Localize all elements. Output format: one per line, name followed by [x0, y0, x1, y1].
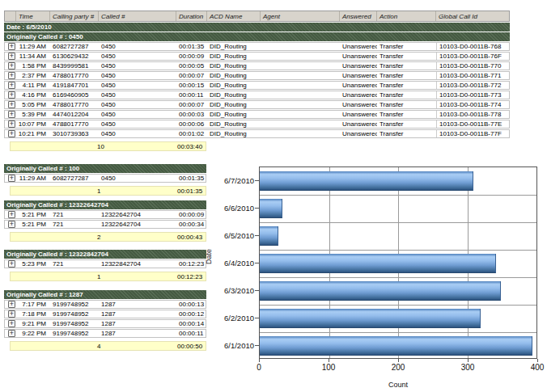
- cell-calling-party: 721: [50, 260, 99, 268]
- bar-6-6-2010: [260, 199, 282, 218]
- cell-calling-party: 721: [50, 211, 99, 218]
- summary-total-duration: 00:03:40: [175, 143, 206, 150]
- cell-acd-name: DID_Routing: [207, 120, 261, 128]
- expander-cell: +: [5, 43, 16, 50]
- expand-row-icon[interactable]: +: [8, 91, 15, 99]
- cell-time: 11:29 AM: [16, 43, 50, 50]
- expand-row-icon[interactable]: +: [8, 330, 15, 337]
- cell-time: 5:21 PM: [16, 211, 50, 218]
- expand-row-icon[interactable]: +: [8, 72, 15, 79]
- cell-called-number: 12322842704: [99, 260, 176, 268]
- table-row: +4:11 PM4191847701045000:00:15DID_Routin…: [4, 81, 510, 90]
- y-tick-label: 6/3/2010: [217, 276, 259, 304]
- expand-row-icon[interactable]: +: [8, 62, 15, 70]
- cell-called-number: 0450: [99, 130, 176, 137]
- expand-row-icon[interactable]: +: [8, 301, 15, 308]
- header-called: Called #: [99, 11, 176, 21]
- cell-duration: 00:01:02: [176, 130, 207, 137]
- expand-row-icon[interactable]: +: [8, 175, 15, 182]
- cell-calling-party: 4191847701: [50, 82, 99, 89]
- originally-called-band: Originally Called # : 1287: [4, 290, 206, 299]
- group-summary-row: 100:01:35: [10, 186, 206, 196]
- expander-cell: +: [5, 91, 16, 99]
- y-tick-label: 6/2/2010: [217, 304, 259, 331]
- x-tick-mark: [537, 359, 538, 362]
- cell-calling-party: 9199748952: [50, 301, 99, 308]
- header-ans: Answered: [340, 11, 377, 21]
- y-tick-label: 6/1/2010: [217, 331, 259, 359]
- cell-duration: 00:00:07: [176, 101, 207, 108]
- expand-row-icon[interactable]: +: [8, 211, 15, 218]
- table-row: +5:23 PM7211232284270400:12:23: [4, 259, 206, 268]
- expand-row-icon[interactable]: +: [8, 260, 15, 268]
- cell-time: 11:34 AM: [16, 53, 50, 60]
- cell-action: Transfer: [377, 43, 436, 50]
- horizontal-gridline: [260, 222, 536, 223]
- cell-duration: 00:01:35: [176, 43, 207, 50]
- y-axis-title: Date: [205, 249, 213, 264]
- cell-acd-name: DID_Routing: [207, 82, 261, 89]
- cell-global-call-id: 10103-D0-0011B-778: [436, 111, 510, 118]
- cell-calling-party: 3010739363: [50, 130, 99, 137]
- table-row: +9:21 PM9199748952128700:00:14: [4, 319, 206, 328]
- y-tick-mark: [255, 345, 259, 346]
- cell-global-call-id: 10103-D0-0011B-77F: [436, 130, 510, 137]
- cell-action: Transfer: [377, 101, 436, 108]
- y-tick-mark: [255, 180, 259, 181]
- x-tick-mark: [398, 359, 399, 362]
- y-tick-label: 6/5/2010: [217, 221, 259, 249]
- y-tick-mark: [255, 263, 259, 263]
- cell-action: Transfer: [377, 62, 436, 70]
- cell-called-number: 0450: [99, 72, 176, 79]
- table-row: +2:37 PM4788017770045000:00:07DID_Routin…: [4, 71, 510, 80]
- cell-global-call-id: 10103-D0-0011B-774: [436, 101, 510, 108]
- expand-row-icon[interactable]: +: [8, 43, 15, 50]
- cell-called-number: 0450: [99, 111, 176, 118]
- cell-calling-party: 6082727287: [50, 43, 99, 50]
- cell-calling-party: 6130629432: [50, 53, 99, 60]
- cell-time: 4:11 PM: [16, 82, 50, 89]
- summary-call-count: 1: [95, 188, 175, 195]
- cell-duration: 00:00:05: [176, 62, 207, 70]
- table-row: +5:21 PM7211232264270400:00:09: [4, 210, 206, 219]
- expand-row-icon[interactable]: +: [8, 101, 15, 108]
- expand-row-icon[interactable]: +: [8, 320, 15, 327]
- expand-row-icon[interactable]: +: [8, 310, 15, 318]
- cell-answered: Unanswered: [340, 43, 377, 50]
- date-group-band: Date : 6/5/2010: [4, 23, 510, 32]
- report-group-section: Date : 6/5/2010Originally Called # : 045…: [4, 23, 510, 151]
- expander-cell: +: [5, 111, 16, 118]
- cell-calling-party: 9199748952: [50, 320, 99, 327]
- cell-action: Transfer: [377, 72, 436, 79]
- horizontal-gridline: [260, 277, 536, 278]
- cell-duration: 00:00:09: [176, 53, 207, 60]
- cell-answered: Unanswered: [340, 111, 377, 118]
- expand-row-icon[interactable]: +: [8, 111, 15, 118]
- summary-call-count: 4: [95, 343, 175, 350]
- header-agent: Agent: [261, 11, 340, 21]
- cell-answered: Unanswered: [340, 82, 377, 89]
- table-row: +10:21 PM3010739363045000:01:02DID_Routi…: [4, 129, 510, 138]
- expand-row-icon[interactable]: +: [8, 221, 15, 228]
- x-tick-label: 100: [322, 363, 336, 372]
- cell-duration: 00:00:07: [176, 72, 207, 79]
- expander-cell: +: [5, 82, 16, 89]
- expand-row-icon[interactable]: +: [8, 130, 15, 137]
- expand-row-icon[interactable]: +: [8, 82, 15, 89]
- horizontal-gridline: [260, 250, 536, 251]
- x-axis-title: Count: [259, 381, 537, 389]
- header-gid: Global Call Id: [436, 11, 510, 21]
- cell-calling-party: 9199748952: [50, 330, 99, 337]
- expand-row-icon[interactable]: +: [8, 120, 15, 128]
- cell-time: 5:39 PM: [16, 111, 50, 118]
- cell-called-number: 12322642704: [99, 221, 176, 228]
- table-row: +4:16 PM6169460905045000:00:11DID_Routin…: [4, 91, 510, 99]
- table-row: +10:07 PM4788017770045000:00:06DID_Routi…: [4, 120, 510, 129]
- bar-6-1-2010: [260, 336, 532, 356]
- expand-row-icon[interactable]: +: [8, 53, 15, 60]
- cell-time: 7:18 PM: [16, 310, 50, 318]
- expander-cell: +: [5, 260, 16, 268]
- chart-grid: 6/7/20106/6/20106/5/20106/4/20106/3/2010…: [217, 166, 547, 389]
- cell-action: Transfer: [377, 120, 436, 128]
- table-row: +11:29 AM6082727287045000:01:35: [4, 174, 206, 183]
